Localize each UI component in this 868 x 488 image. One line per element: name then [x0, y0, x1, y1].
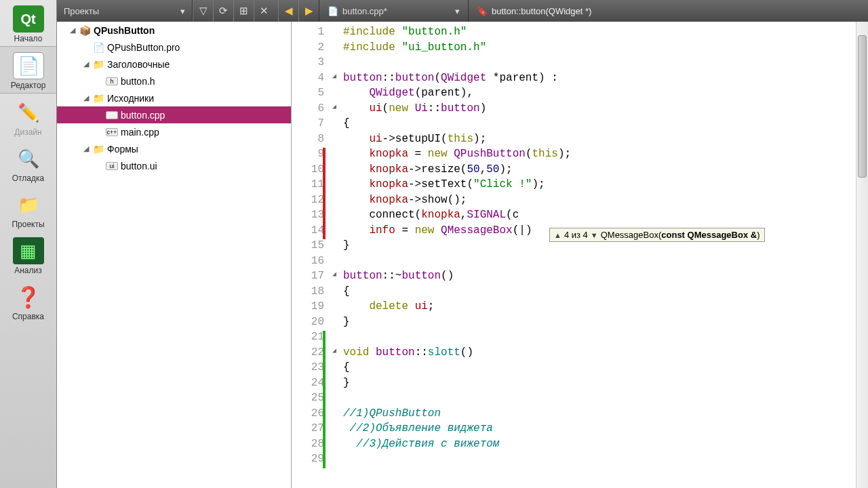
code-line[interactable]: #include "button.h": [343, 26, 868, 41]
close-icon: ✕: [260, 5, 269, 17]
line-number: 4: [292, 72, 330, 87]
split-button[interactable]: ⊞: [233, 0, 254, 22]
project-tree[interactable]: ◢📦QPushButton📄QPushButton.pro◢📁Заголовоч…: [57, 22, 292, 488]
code-line[interactable]: knopka->resize(50,50);: [343, 163, 868, 179]
tree-item[interactable]: c++button.cpp: [57, 106, 291, 123]
code-line[interactable]: ui->setupUI(this);: [343, 133, 868, 148]
code-line[interactable]: //2)Объявление виджета: [343, 422, 868, 438]
prev-overload-icon[interactable]: ▲: [554, 231, 561, 239]
fold-marker-icon: [330, 453, 339, 468]
mode-analyze[interactable]: ▦ Анализ: [0, 232, 56, 278]
projects-dropdown[interactable]: Проекты ▾: [57, 0, 193, 22]
fold-marker-icon: [330, 361, 339, 377]
code-line[interactable]: delete ui;: [343, 300, 868, 316]
fold-marker-icon[interactable]: ◢: [330, 102, 339, 118]
tree-item[interactable]: hbutton.h: [57, 73, 291, 89]
filter-icon: ▽: [199, 5, 208, 17]
code-line[interactable]: //1)QPushButton: [343, 407, 868, 423]
tree-item[interactable]: c++main.cpp: [57, 123, 291, 140]
code-line[interactable]: #include "ui_button.h": [343, 41, 868, 57]
tree-item[interactable]: ◢📁Заголовочные: [57, 56, 291, 73]
fold-marker-icon: [330, 117, 339, 133]
fold-marker-icon[interactable]: ◢: [330, 346, 339, 362]
fold-marker-icon[interactable]: ◢: [330, 270, 339, 285]
fold-marker-icon: [330, 194, 339, 209]
code-line[interactable]: [343, 56, 868, 72]
top-toolbar: Проекты ▾ ▽ ⟳ ⊞ ✕ ◀ ▶ 📄 button.cpp* ▾ 🔖 …: [57, 0, 868, 22]
code-line[interactable]: ui(new Ui::button): [343, 102, 868, 118]
code-line[interactable]: [343, 453, 868, 468]
mode-design[interactable]: ✏️ Дизайн: [0, 94, 56, 140]
code-lines[interactable]: #include "button.h"#include "ui_button.h…: [343, 22, 868, 468]
fold-marker-icon[interactable]: ◢: [330, 72, 339, 87]
tree-twisty-icon[interactable]: ◢: [81, 60, 91, 68]
filter-button[interactable]: ▽: [193, 0, 213, 22]
tree-twisty-icon[interactable]: ◢: [81, 144, 91, 153]
fold-column[interactable]: ◢◢◢◢: [330, 22, 339, 468]
tree-item[interactable]: ◢📦QPushButton: [57, 22, 291, 39]
code-line[interactable]: //3)Действия с вижетом: [343, 438, 868, 453]
tree-node-icon: 📄: [92, 42, 104, 53]
tree-twisty-icon[interactable]: ◢: [68, 26, 77, 35]
mode-bar: Qt Начало 📄 Редактор ✏️ Дизайн 🔍 Отладка…: [0, 0, 57, 488]
code-line[interactable]: void button::slott(): [343, 346, 868, 362]
file-tab[interactable]: 📄 button.cpp* ▾: [319, 0, 468, 22]
close-panel-button[interactable]: ✕: [254, 0, 274, 22]
code-line[interactable]: [343, 331, 868, 346]
code-line[interactable]: QWidget(parent),: [343, 87, 868, 102]
scrollbar-thumb[interactable]: [858, 35, 867, 178]
line-number: 20: [292, 316, 330, 331]
code-line[interactable]: [343, 255, 868, 270]
split-icon: ⊞: [239, 5, 248, 17]
code-line[interactable]: {: [343, 361, 868, 377]
fold-marker-icon: [330, 26, 339, 41]
symbol-tab[interactable]: 🔖 button::button(QWidget *): [468, 0, 599, 22]
mode-help[interactable]: ❓ Справка: [0, 278, 56, 324]
code-line[interactable]: knopka->setText("Click !");: [343, 178, 868, 194]
line-number: 17: [292, 270, 330, 285]
code-line[interactable]: {: [343, 117, 868, 133]
chevron-down-icon: ▾: [180, 6, 185, 16]
mode-label: Дизайн: [14, 127, 41, 137]
tree-item[interactable]: 📄QPushButton.pro: [57, 39, 291, 56]
tree-twisty-icon[interactable]: ◢: [81, 94, 91, 102]
nav-forward-button[interactable]: ▶: [298, 0, 319, 22]
next-overload-icon[interactable]: ▼: [591, 231, 598, 239]
tree-node-label: button.h: [121, 76, 155, 87]
tree-node-icon: 📦: [79, 25, 91, 36]
mode-debug[interactable]: 🔍 Отладка: [0, 140, 56, 186]
vertical-scrollbar[interactable]: [856, 22, 868, 488]
code-line[interactable]: {: [343, 285, 868, 301]
change-marker: [323, 148, 326, 239]
fold-marker-icon: [330, 163, 339, 179]
nav-back-button[interactable]: ◀: [278, 0, 298, 22]
sync-button[interactable]: ⟳: [213, 0, 233, 22]
fold-marker-icon: [330, 331, 339, 346]
chevron-down-icon: ▾: [455, 6, 460, 16]
code-editor[interactable]: 1234567891011121314151617181920212223242…: [292, 22, 868, 488]
code-line[interactable]: button::~button(): [343, 270, 868, 285]
code-line[interactable]: connect(knopka,SIGNAL(c: [343, 209, 868, 224]
tree-item[interactable]: uibutton.ui: [57, 157, 291, 174]
code-line[interactable]: }: [343, 316, 868, 331]
tree-item[interactable]: ◢📁Формы: [57, 140, 291, 157]
bookmark-icon: 🔖: [477, 6, 488, 16]
tree-node-icon: h: [106, 77, 118, 85]
mode-projects[interactable]: 📁 Проекты: [0, 186, 56, 232]
tree-node-icon: ui: [106, 162, 118, 170]
fold-marker-icon: [330, 392, 339, 407]
tree-node-label: Исходники: [107, 93, 154, 104]
mode-editor[interactable]: 📄 Редактор: [0, 46, 56, 94]
code-line[interactable]: knopka->show();: [343, 194, 868, 209]
design-icon: ✏️: [13, 99, 44, 126]
tree-node-label: QPushButton.pro: [107, 42, 180, 53]
code-line[interactable]: button::button(QWidget *parent) :: [343, 72, 868, 87]
code-line[interactable]: knopka = new QPushButton(this);: [343, 148, 868, 163]
code-line[interactable]: [343, 392, 868, 407]
tree-item[interactable]: ◢📁Исходники: [57, 89, 291, 106]
line-number: 1: [292, 26, 330, 41]
mode-welcome[interactable]: Qt Начало: [0, 0, 56, 46]
code-line[interactable]: }: [343, 377, 868, 392]
tree-node-icon: 📁: [92, 59, 104, 70]
line-number: 6: [292, 102, 330, 118]
